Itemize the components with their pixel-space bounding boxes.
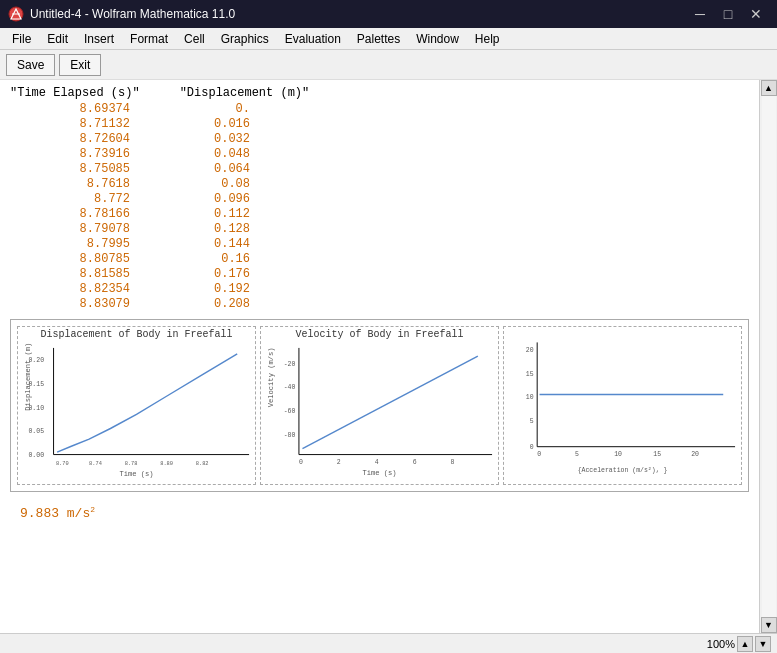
- svg-text:0.05: 0.05: [28, 428, 44, 435]
- svg-text:{Acceleration (m/s²), }: {Acceleration (m/s²), }: [578, 467, 668, 474]
- status-bar: 100% ▲ ▼: [0, 633, 777, 653]
- menu-help[interactable]: Help: [467, 28, 508, 49]
- svg-text:-20: -20: [284, 361, 296, 368]
- svg-text:Velocity (m/s): Velocity (m/s): [267, 348, 275, 408]
- table-row: 8.823540.192: [10, 282, 749, 296]
- menu-cell[interactable]: Cell: [176, 28, 213, 49]
- svg-text:8.82: 8.82: [196, 461, 209, 467]
- svg-text:0: 0: [537, 451, 541, 458]
- svg-text:0.15: 0.15: [28, 381, 44, 388]
- svg-text:20: 20: [691, 451, 699, 458]
- table-row: 8.815850.176: [10, 267, 749, 281]
- svg-text:0: 0: [299, 459, 303, 466]
- scroll-up-button[interactable]: ▲: [761, 80, 777, 96]
- chart2-svg: Velocity (m/s) -20 -40 -60 -80 0 2 4 6 8…: [261, 342, 498, 484]
- svg-text:Displacement (m): Displacement (m): [24, 343, 32, 411]
- menu-edit[interactable]: Edit: [39, 28, 76, 49]
- svg-text:0.10: 0.10: [28, 405, 44, 412]
- chart1-title: Displacement of Body in Freefall: [40, 327, 232, 342]
- table-row: 8.830790.208: [10, 297, 749, 311]
- chart2-title: Velocity of Body in Freefall: [295, 327, 463, 342]
- svg-text:8.78: 8.78: [125, 461, 138, 467]
- menu-file[interactable]: File: [4, 28, 39, 49]
- menu-palettes[interactable]: Palettes: [349, 28, 408, 49]
- svg-text:5: 5: [530, 418, 534, 425]
- svg-text:15: 15: [653, 451, 661, 458]
- table-row: 8.693740.: [10, 102, 749, 116]
- svg-text:2: 2: [337, 459, 341, 466]
- table-row: 8.739160.048: [10, 147, 749, 161]
- right-scrollbar[interactable]: ▲ ▼: [759, 80, 777, 633]
- zoom-down-button[interactable]: ▼: [755, 636, 771, 652]
- chart1-svg: Displacement (m) 0.00 0.05 0.10 0.15 0.2…: [18, 342, 255, 484]
- svg-text:Time (s): Time (s): [119, 470, 153, 478]
- svg-text:10: 10: [614, 451, 622, 458]
- save-button[interactable]: Save: [6, 54, 55, 76]
- displacement-chart[interactable]: Displacement of Body in Freefall Displac…: [17, 326, 256, 485]
- svg-text:0: 0: [530, 444, 534, 451]
- table-row: 8.790780.128: [10, 222, 749, 236]
- table-headers: "Time Elapsed (s)" "Displacement (m)": [10, 86, 749, 100]
- result-value: 9.883 m/s2: [20, 506, 95, 521]
- table-row: 8.79950.144: [10, 237, 749, 251]
- svg-text:8.80: 8.80: [160, 461, 173, 467]
- svg-text:5: 5: [575, 451, 579, 458]
- table-row: 8.7720.096: [10, 192, 749, 206]
- toolbar: Save Exit: [0, 50, 777, 80]
- svg-text:10: 10: [526, 394, 534, 401]
- acceleration-chart[interactable]: 0 5 10 15 20 0 5 10 15 20 {Acceleration …: [503, 326, 742, 485]
- table-row: 8.750850.064: [10, 162, 749, 176]
- title-bar: Untitled-4 - Wolfram Mathematica 11.0 ─ …: [0, 0, 777, 28]
- menu-insert[interactable]: Insert: [76, 28, 122, 49]
- svg-text:Time (s): Time (s): [362, 469, 396, 477]
- table-row: 8.781660.112: [10, 207, 749, 221]
- svg-text:0.20: 0.20: [28, 357, 44, 364]
- svg-text:15: 15: [526, 371, 534, 378]
- main-area: "Time Elapsed (s)" "Displacement (m)" 8.…: [0, 80, 777, 633]
- velocity-chart[interactable]: Velocity of Body in Freefall Velocity (m…: [260, 326, 499, 485]
- svg-text:-60: -60: [284, 408, 296, 415]
- menu-window[interactable]: Window: [408, 28, 467, 49]
- app-title: Untitled-4 - Wolfram Mathematica 11.0: [30, 7, 235, 21]
- zoom-up-button[interactable]: ▲: [737, 636, 753, 652]
- svg-text:-80: -80: [284, 432, 296, 439]
- svg-text:8.70: 8.70: [56, 461, 69, 467]
- svg-text:8: 8: [451, 459, 455, 466]
- maximize-button[interactable]: □: [715, 4, 741, 24]
- table-row: 8.807850.16: [10, 252, 749, 266]
- svg-text:6: 6: [413, 459, 417, 466]
- svg-text:4: 4: [375, 459, 379, 466]
- chart3-svg: 0 5 10 15 20 0 5 10 15 20 {Acceleration …: [504, 331, 741, 484]
- app-icon: [8, 6, 24, 22]
- header-time: "Time Elapsed (s)": [10, 86, 140, 100]
- charts-container: Displacement of Body in Freefall Displac…: [10, 319, 749, 492]
- menu-evaluation[interactable]: Evaluation: [277, 28, 349, 49]
- svg-text:20: 20: [526, 347, 534, 354]
- exit-button[interactable]: Exit: [59, 54, 101, 76]
- scroll-down-button[interactable]: ▼: [761, 617, 777, 633]
- menu-graphics[interactable]: Graphics: [213, 28, 277, 49]
- svg-text:8.74: 8.74: [89, 461, 102, 467]
- zoom-level: 100%: [707, 638, 735, 650]
- svg-text:-40: -40: [284, 384, 296, 391]
- table-row: 8.76180.08: [10, 177, 749, 191]
- table-row: 8.711320.016: [10, 117, 749, 131]
- result-line: 9.883 m/s2: [10, 500, 749, 524]
- header-disp: "Displacement (m)": [180, 86, 310, 100]
- svg-line-30: [302, 356, 477, 448]
- minimize-button[interactable]: ─: [687, 4, 713, 24]
- notebook-content[interactable]: "Time Elapsed (s)" "Displacement (m)" 8.…: [0, 80, 759, 633]
- menu-bar: File Edit Insert Format Cell Graphics Ev…: [0, 28, 777, 50]
- close-button[interactable]: ✕: [743, 4, 769, 24]
- menu-format[interactable]: Format: [122, 28, 176, 49]
- svg-text:0.00: 0.00: [28, 452, 44, 459]
- table-row: 8.726040.032: [10, 132, 749, 146]
